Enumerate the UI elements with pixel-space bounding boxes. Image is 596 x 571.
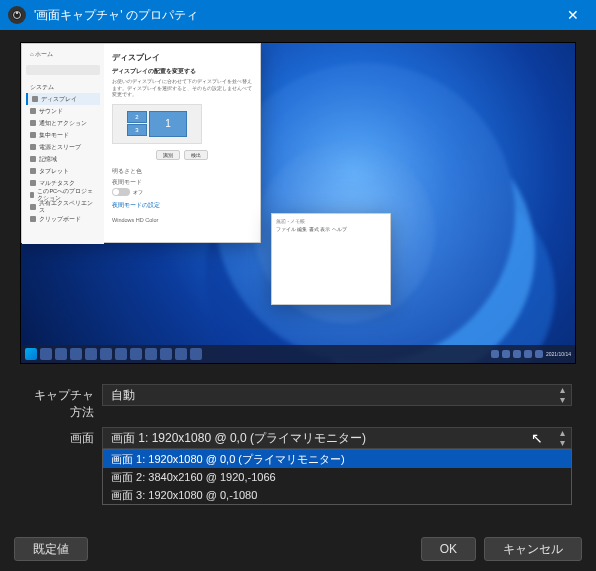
cancel-button[interactable]: キャンセル bbox=[484, 537, 582, 561]
taskbar-icon bbox=[130, 348, 142, 360]
settings-title: ディスプレイ bbox=[112, 52, 252, 63]
defaults-button[interactable]: 既定値 bbox=[14, 537, 88, 561]
nav-sound: サウンド bbox=[26, 105, 100, 117]
tray-icon bbox=[491, 350, 499, 358]
screen-value: 画面 1: 1920x1080 @ 0,0 (プライマリモニター) bbox=[111, 430, 366, 447]
taskbar-clock: 2021/10/14 bbox=[546, 351, 571, 357]
screen-label: 画面 bbox=[24, 427, 102, 447]
screen-dropdown-list: 画面 1: 1920x1080 @ 0,0 (プライマリモニター) 画面 2: … bbox=[102, 449, 572, 505]
svg-point-2 bbox=[16, 12, 18, 14]
settings-subtitle: ディスプレイの配置を変更する bbox=[112, 67, 252, 76]
taskbar-icon bbox=[145, 348, 157, 360]
window-titlebar: '画面キャプチャ' のプロパティ ✕ bbox=[0, 0, 596, 30]
taskbar-icon bbox=[190, 348, 202, 360]
tray-icon bbox=[513, 350, 521, 358]
taskbar-icon bbox=[40, 348, 52, 360]
capture-method-select[interactable]: 自動 ▴▾ bbox=[102, 384, 572, 406]
nav-clipboard: クリップボード bbox=[26, 213, 100, 225]
screen-select[interactable]: 画面 1: 1920x1080 @ 0,0 (プライマリモニター) ▴▾ ↖ bbox=[102, 427, 572, 449]
settings-window: ⌂ ホーム システム ディスプレイ サウンド 通知とアクション 集中モード 電源… bbox=[21, 43, 261, 243]
settings-search bbox=[26, 65, 100, 75]
taskbar-icon bbox=[70, 348, 82, 360]
monitor-1: 1 bbox=[149, 111, 187, 137]
capture-method-value: 自動 bbox=[111, 387, 135, 404]
brightness-label: 明るさと色 bbox=[112, 168, 252, 175]
chevron-updown-icon: ▴▾ bbox=[560, 385, 565, 405]
chevron-updown-icon: ▴▾ bbox=[560, 428, 565, 448]
screen-option-3[interactable]: 画面 3: 1920x1080 @ 0,-1080 bbox=[103, 486, 571, 504]
start-icon bbox=[25, 348, 37, 360]
property-fields: キャプチャ方法 自動 ▴▾ 画面 画面 1: 1920x1080 @ 0,0 (… bbox=[12, 380, 584, 515]
notepad-menu: ファイル 編集 書式 表示 ヘルプ bbox=[276, 226, 386, 232]
night-link: 夜間モードの設定 bbox=[112, 202, 252, 209]
capture-method-label: キャプチャ方法 bbox=[24, 384, 102, 421]
cursor-icon: ↖ bbox=[531, 430, 543, 446]
taskbar-icon bbox=[115, 348, 127, 360]
notepad-window: 無題 - メモ帳 ファイル 編集 書式 表示 ヘルプ bbox=[271, 213, 391, 305]
detect-button: 検出 bbox=[184, 150, 208, 160]
tray-icon bbox=[535, 350, 543, 358]
monitor-2: 2 bbox=[127, 111, 147, 123]
nav-power: 電源とスリープ bbox=[26, 141, 100, 153]
ok-button[interactable]: OK bbox=[421, 537, 476, 561]
system-tray: 2021/10/14 bbox=[491, 350, 571, 358]
nav-tablet: タブレット bbox=[26, 165, 100, 177]
nav-system: システム bbox=[26, 81, 100, 93]
monitor-layout: 2 3 1 bbox=[112, 104, 202, 144]
dialog-footer: 既定値 OK キャンセル bbox=[0, 527, 596, 571]
settings-desc: お使いのディスプレイに合わせて下のディスプレイを並べ替えます。ディスプレイを選択… bbox=[112, 78, 252, 98]
taskbar-icon bbox=[160, 348, 172, 360]
identify-button: 識別 bbox=[156, 150, 180, 160]
tray-icon bbox=[524, 350, 532, 358]
taskbar-icon bbox=[55, 348, 67, 360]
close-button[interactable]: ✕ bbox=[558, 7, 588, 23]
screen-option-1[interactable]: 画面 1: 1920x1080 @ 0,0 (プライマリモニター) bbox=[103, 450, 571, 468]
nav-display: ディスプレイ bbox=[26, 93, 100, 105]
taskbar: 2021/10/14 bbox=[21, 345, 575, 363]
settings-sidebar: ⌂ ホーム システム ディスプレイ サウンド 通知とアクション 集中モード 電源… bbox=[22, 44, 104, 244]
nav-storage: 記憶域 bbox=[26, 153, 100, 165]
screen-option-2[interactable]: 画面 2: 3840x2160 @ 1920,-1066 bbox=[103, 468, 571, 486]
taskbar-icon bbox=[100, 348, 112, 360]
notepad-titlebar: 無題 - メモ帳 bbox=[276, 218, 386, 224]
night-toggle bbox=[112, 188, 130, 196]
obs-app-icon bbox=[8, 6, 26, 24]
settings-user: ⌂ ホーム bbox=[26, 50, 100, 59]
window-title: '画面キャプチャ' のプロパティ bbox=[34, 7, 558, 24]
taskbar-icon bbox=[85, 348, 97, 360]
capture-preview: ⌂ ホーム システム ディスプレイ サウンド 通知とアクション 集中モード 電源… bbox=[20, 42, 576, 364]
taskbar-icon bbox=[175, 348, 187, 360]
tray-icon bbox=[502, 350, 510, 358]
nav-share: 共有エクスペリエンス bbox=[26, 201, 100, 213]
night-label: 夜間モード bbox=[112, 179, 252, 186]
monitor-3: 3 bbox=[127, 124, 147, 136]
settings-main: ディスプレイ ディスプレイの配置を変更する お使いのディスプレイに合わせて下のデ… bbox=[104, 44, 260, 242]
hdcolor-label: Windows HD Color bbox=[112, 217, 252, 223]
nav-notifications: 通知とアクション bbox=[26, 117, 100, 129]
nav-focus: 集中モード bbox=[26, 129, 100, 141]
